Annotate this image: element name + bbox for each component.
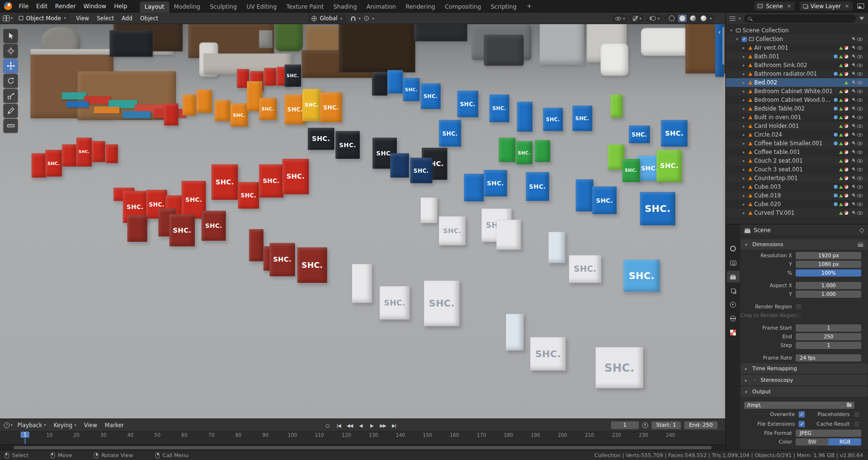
selectable-icon[interactable] — [852, 141, 856, 146]
rotate-tool-button[interactable] — [3, 74, 18, 88]
furniture-item[interactable] — [109, 30, 153, 57]
chevron-down-icon[interactable]: ▾ — [11, 423, 13, 427]
outliner-collection[interactable]: ▾✓Collection — [726, 35, 868, 43]
selectable-icon[interactable] — [852, 158, 856, 163]
new-view-layer-icon[interactable] — [857, 3, 864, 9]
product-box[interactable] — [106, 144, 118, 163]
disclosure-icon[interactable]: ▸ — [741, 193, 746, 198]
eye-icon[interactable] — [857, 98, 863, 102]
outliner-item-bath-001[interactable]: ▸Bath.001 — [726, 52, 868, 61]
jump-end-button[interactable]: ▶| — [389, 421, 399, 430]
checkbox[interactable] — [796, 312, 802, 319]
eye-icon[interactable] — [857, 46, 863, 50]
checkbox-file-extensions[interactable]: ✓ — [799, 421, 805, 427]
selectable-icon[interactable] — [852, 132, 856, 137]
product-box[interactable] — [215, 100, 230, 121]
selectable-icon[interactable] — [852, 89, 856, 94]
product-box[interactable] — [517, 102, 532, 132]
eye-icon[interactable] — [857, 107, 863, 111]
disclosure-icon[interactable]: ▸ — [741, 176, 746, 181]
object-name[interactable]: Couch 2 seat.001 — [754, 157, 837, 164]
blender-logo-icon[interactable] — [4, 2, 12, 10]
timeline-menu-view[interactable]: View — [80, 422, 101, 429]
product-box[interactable]: SHC. — [211, 164, 238, 199]
furniture-item[interactable] — [414, 24, 467, 42]
workspace-tab-animation[interactable]: Animation — [362, 1, 401, 13]
object-name[interactable]: Bed.002 — [754, 79, 842, 86]
product-box[interactable]: SHC. — [231, 103, 248, 126]
product-box[interactable]: SHC. — [45, 150, 62, 177]
viewport-menu-select[interactable]: Select — [93, 15, 118, 22]
floor-magazine[interactable] — [94, 107, 120, 113]
outliner-item-coffee-table-001[interactable]: ▸Coffee table.001 — [726, 148, 868, 156]
selectable-icon[interactable] — [852, 176, 856, 181]
number-field[interactable]: 250 — [796, 333, 861, 340]
product-box[interactable] — [183, 95, 196, 116]
disclosure-icon[interactable]: ▸ — [741, 106, 746, 111]
proportional-editing-toggle[interactable] — [362, 14, 371, 23]
object-name[interactable]: Built in oven.001 — [754, 114, 832, 121]
tool-properties-tab[interactable] — [727, 243, 740, 254]
product-box[interactable] — [464, 174, 484, 201]
unlink-scene-button[interactable]: × — [786, 3, 791, 9]
product-box[interactable]: SHC. — [380, 286, 409, 320]
eye-icon[interactable] — [857, 159, 863, 163]
selectable-icon[interactable] — [852, 98, 856, 102]
disclosure-icon[interactable]: ▸ — [741, 45, 746, 50]
outliner-item-bedroom-cabinet-white-001[interactable]: ▸Bedroom Cabinet White.001 — [726, 87, 868, 96]
gizmos-dropdown[interactable]: ▾ — [630, 14, 644, 23]
product-box[interactable]: SHC. — [596, 347, 643, 388]
product-box[interactable] — [127, 215, 147, 242]
cursor-tool-button[interactable] — [3, 44, 18, 58]
object-name[interactable]: Couch 3 seat.001 — [754, 166, 837, 173]
menu-render[interactable]: Render — [51, 0, 80, 13]
workspace-tab-rendering[interactable]: Rendering — [401, 1, 440, 13]
object-name[interactable]: Coffee table.001 — [754, 149, 837, 155]
product-box[interactable]: SHC. — [285, 65, 301, 87]
checkbox-cache-result[interactable] — [854, 421, 860, 427]
eye-icon[interactable] — [857, 194, 863, 197]
outliner-item-built-in-oven-001[interactable]: ▸Built in oven.001 — [726, 113, 868, 122]
product-box[interactable]: SHC. — [76, 138, 92, 167]
outliner-item-coffee-table-smaller-001[interactable]: ▸Coffee table Smaller.001 — [726, 139, 868, 148]
object-name[interactable]: Bathroom Sink.002 — [754, 62, 837, 69]
menu-edit[interactable]: Edit — [32, 0, 51, 13]
outliner-item-countertop-001[interactable]: ▸Countertop.001 — [726, 174, 868, 182]
frame-start-field[interactable]: Start: 1 — [651, 421, 681, 429]
disclosure-icon[interactable]: ▸ — [741, 124, 746, 128]
eye-icon[interactable] — [857, 125, 863, 128]
disclosure-icon[interactable]: ▸ — [741, 115, 746, 120]
wireframe-shading-button[interactable] — [667, 14, 676, 22]
selectable-icon[interactable] — [852, 202, 856, 207]
menu-window[interactable]: Window — [80, 0, 110, 13]
autokey-button[interactable]: ○ — [322, 421, 333, 430]
eye-icon[interactable] — [857, 116, 863, 119]
section-header-output[interactable]: ▾Output — [741, 387, 868, 397]
mode-dropdown[interactable]: Object Mode ▾ — [15, 14, 69, 23]
number-field[interactable]: 1 — [796, 342, 861, 349]
product-box[interactable] — [92, 141, 106, 162]
material-shading-button[interactable] — [689, 14, 697, 22]
segmented-option-bw[interactable]: BW — [796, 438, 828, 446]
scene-properties-tab[interactable] — [727, 299, 740, 310]
menu-help[interactable]: Help — [110, 0, 131, 13]
render-properties-tab[interactable] — [727, 257, 740, 268]
product-box[interactable]: SHC. — [259, 164, 284, 197]
select-tool-button[interactable] — [3, 29, 18, 43]
object-name[interactable]: Bedroom Cabinet Wood.001 — [754, 97, 832, 103]
product-box[interactable]: SHC. — [259, 98, 277, 120]
viewport-menu-add[interactable]: Add — [118, 15, 136, 22]
checkbox[interactable] — [796, 304, 802, 310]
product-box[interactable]: SHC. — [640, 192, 675, 225]
product-box[interactable]: SHC. — [169, 214, 195, 247]
selectable-icon[interactable] — [852, 63, 856, 68]
product-box[interactable]: SHC. — [238, 182, 259, 209]
eye-icon[interactable] — [857, 72, 863, 76]
chevron-down-icon[interactable]: ▾ — [739, 16, 741, 21]
scrollbar-thumb[interactable] — [14, 446, 712, 449]
eye-icon[interactable] — [857, 185, 863, 189]
output-path-field[interactable]: /tmp\ — [744, 402, 854, 409]
segmented-option-rgb[interactable]: RGB — [828, 438, 861, 446]
eye-icon[interactable] — [857, 168, 863, 171]
product-box[interactable] — [499, 138, 515, 162]
